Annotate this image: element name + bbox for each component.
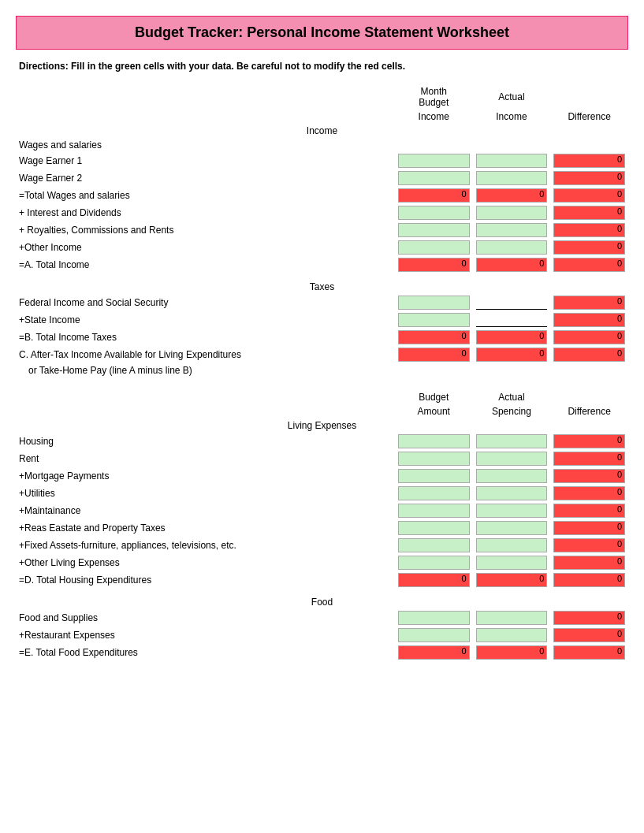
page-title: Budget Tracker: Personal Income Statemen… <box>24 24 620 41</box>
royalties-row: + Royalties, Commissions and Rents 0 <box>16 221 628 239</box>
state-income-diff: 0 <box>550 311 628 329</box>
total-wages-row: =Total Wages and salaries 0 0 0 <box>16 187 628 204</box>
utilities-budget[interactable] <box>395 485 473 502</box>
wage-earner1-budget[interactable] <box>395 152 473 169</box>
interest-budget[interactable] <box>395 204 473 221</box>
diff-label2 <box>550 390 628 404</box>
spacer3 <box>16 384 628 390</box>
other-living-actual[interactable] <box>473 554 551 571</box>
total-taxes-label: =B. Total Income Taxes <box>16 329 395 346</box>
wage-earner2-budget[interactable] <box>395 169 473 187</box>
restaurant-row: +Restaurant Expenses 0 <box>16 627 628 644</box>
utilities-actual[interactable] <box>473 485 551 502</box>
total-taxes-diff: 0 <box>550 329 628 346</box>
difference-col2: Difference <box>550 404 628 418</box>
other-income-label: +Other Income <box>16 239 395 256</box>
fixed-assets-budget[interactable] <box>395 537 473 554</box>
mortgage-budget[interactable] <box>395 467 473 485</box>
wages-empty2 <box>473 138 551 152</box>
after-tax-row: C. After-Tax Income Available for Living… <box>16 346 628 363</box>
other-income-budget[interactable] <box>395 239 473 256</box>
total-housing-row: =D. Total Housing Expenditures 0 0 0 <box>16 571 628 589</box>
real-estate-label: +Reas Eastate and Property Taxes <box>16 519 395 537</box>
restaurant-budget[interactable] <box>395 627 473 644</box>
interest-actual[interactable] <box>473 204 551 221</box>
total-income-actual: 0 <box>473 256 551 273</box>
restaurant-diff: 0 <box>550 627 628 644</box>
fixed-assets-label: +Fixed Assets-furniture, appliances, tel… <box>16 537 395 554</box>
other-income-row: +Other Income 0 <box>16 239 628 256</box>
maintainance-label: +Maintainance <box>16 502 395 519</box>
other-living-budget[interactable] <box>395 554 473 571</box>
food-supplies-actual[interactable] <box>473 609 551 627</box>
total-income-budget: 0 <box>395 256 473 273</box>
housing-actual[interactable] <box>473 433 551 450</box>
total-food-budget: 0 <box>395 644 473 661</box>
wage-earner2-row: Wage Earner 2 0 <box>16 169 628 187</box>
interest-row: + Interest and Dividends 0 <box>16 204 628 221</box>
wage-earner1-row: Wage Earner 1 0 <box>16 152 628 169</box>
maintainance-actual[interactable] <box>473 502 551 519</box>
directions-text: Fill in the green cells with your data. … <box>71 61 405 72</box>
fixed-assets-row: +Fixed Assets-furniture, appliances, tel… <box>16 537 628 554</box>
utilities-row: +Utilities 0 <box>16 485 628 502</box>
mortgage-row: +Mortgage Payments 0 <box>16 467 628 485</box>
directions-label: Directions: <box>19 61 69 72</box>
after-tax-diff: 0 <box>550 346 628 363</box>
restaurant-actual[interactable] <box>473 627 551 644</box>
after-tax-subrow: or Take-Home Pay (line A minus line B) <box>16 363 628 377</box>
interest-label: + Interest and Dividends <box>16 204 395 221</box>
housing-budget[interactable] <box>395 433 473 450</box>
royalties-label: + Royalties, Commissions and Rents <box>16 221 395 239</box>
royalties-actual[interactable] <box>473 221 551 239</box>
fixed-assets-actual[interactable] <box>473 537 551 554</box>
other-income-actual[interactable] <box>473 239 551 256</box>
after-tax-sublabel: or Take-Home Pay (line A minus line B) <box>16 363 395 377</box>
total-taxes-budget: 0 <box>395 329 473 346</box>
rent-actual[interactable] <box>473 450 551 467</box>
real-estate-budget[interactable] <box>395 519 473 537</box>
taxes-section-header-row: Taxes <box>16 280 628 294</box>
rent-row: Rent 0 <box>16 450 628 467</box>
royalties-budget[interactable] <box>395 221 473 239</box>
total-wages-diff: 0 <box>550 187 628 204</box>
living-col-header1: Budget Actual <box>16 390 628 404</box>
rent-label: Rent <box>16 450 395 467</box>
page: Budget Tracker: Personal Income Statemen… <box>0 0 644 833</box>
wage-earner1-actual[interactable] <box>473 152 551 169</box>
mortgage-actual[interactable] <box>473 467 551 485</box>
rent-budget[interactable] <box>395 450 473 467</box>
col-header-row2: Income Income Difference <box>16 110 628 124</box>
federal-income-budget[interactable] <box>395 294 473 311</box>
fixed-assets-diff: 0 <box>550 537 628 554</box>
utilities-label: +Utilities <box>16 485 395 502</box>
mortgage-diff: 0 <box>550 467 628 485</box>
royalties-diff: 0 <box>550 221 628 239</box>
spencing-col: Spencing <box>473 404 551 418</box>
rent-diff: 0 <box>550 450 628 467</box>
total-housing-diff: 0 <box>550 571 628 589</box>
maintainance-budget[interactable] <box>395 502 473 519</box>
state-income-row: +State Income 0 <box>16 311 628 329</box>
state-income-budget[interactable] <box>395 311 473 329</box>
income-col3: Difference <box>550 110 628 124</box>
living-section-label: Living Expenses <box>16 418 628 433</box>
real-estate-row: +Reas Eastate and Property Taxes 0 <box>16 519 628 537</box>
other-living-diff: 0 <box>550 554 628 571</box>
after-tax-actual: 0 <box>473 346 551 363</box>
interest-diff: 0 <box>550 204 628 221</box>
real-estate-actual[interactable] <box>473 519 551 537</box>
header-box: Budget Tracker: Personal Income Statemen… <box>16 16 628 50</box>
after-tax-subcols <box>395 363 628 377</box>
total-food-actual: 0 <box>473 644 551 661</box>
food-supplies-budget[interactable] <box>395 609 473 627</box>
total-food-diff: 0 <box>550 644 628 661</box>
total-food-row: =E. Total Food Expenditures 0 0 0 <box>16 644 628 661</box>
utilities-diff: 0 <box>550 485 628 502</box>
housing-label: Housing <box>16 433 395 450</box>
food-supplies-diff: 0 <box>550 609 628 627</box>
restaurant-label: +Restaurant Expenses <box>16 627 395 644</box>
other-income-diff: 0 <box>550 239 628 256</box>
spacer2 <box>16 377 628 384</box>
wage-earner2-actual[interactable] <box>473 169 551 187</box>
